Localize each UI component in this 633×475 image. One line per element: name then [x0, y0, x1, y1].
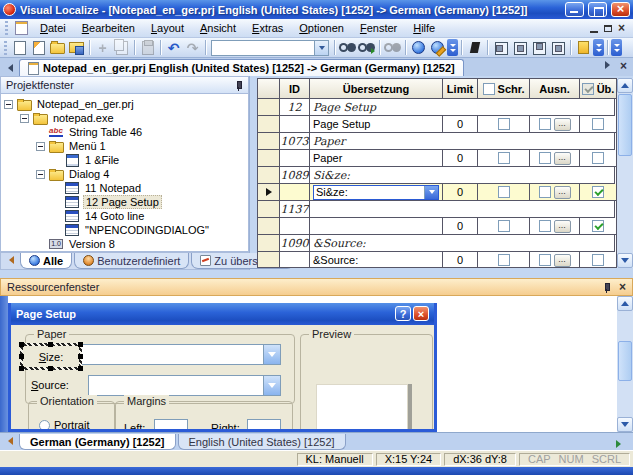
ellipsis-button[interactable]: ... — [554, 152, 571, 165]
overflow-icon[interactable] — [447, 39, 458, 56]
menu-extras[interactable]: Extras — [244, 20, 291, 36]
menu-layout[interactable]: Layout — [143, 20, 192, 36]
radio-icon[interactable] — [39, 420, 50, 431]
dialog-help-button[interactable]: ? — [395, 306, 411, 321]
table-row[interactable]: 1089Si&ze: — [258, 167, 617, 184]
pin-icon[interactable] — [234, 81, 243, 90]
ellipsis-button[interactable]: ... — [554, 186, 571, 199]
ub-checkbox[interactable] — [592, 220, 604, 232]
row-selector[interactable] — [258, 201, 280, 218]
tree-item[interactable]: String Table 46 — [1, 125, 248, 139]
ausn-checkbox[interactable] — [539, 254, 551, 266]
tree-item[interactable]: 11 Notepad — [1, 181, 248, 195]
pin-icon[interactable] — [602, 283, 611, 292]
tree-item[interactable]: Dialog 4 — [1, 167, 248, 181]
size-combobox[interactable] — [63, 344, 281, 365]
tree-item[interactable]: Version 8 — [1, 237, 248, 251]
tree-item[interactable]: 14 Goto line — [1, 209, 248, 223]
table-scrollbar-thumb[interactable] — [618, 94, 632, 156]
tree-expander-icon[interactable] — [20, 114, 29, 123]
schr-checkbox[interactable] — [498, 152, 510, 164]
minimize-button[interactable] — [565, 2, 584, 17]
cell-limit[interactable]: 0 — [443, 150, 478, 167]
menu-fenster[interactable]: Fenster — [352, 20, 405, 36]
table-row[interactable]: 0... — [258, 218, 617, 235]
left-margin-input[interactable] — [154, 419, 188, 432]
globe-edit-icon[interactable] — [428, 39, 447, 56]
language-tab-scroll-left-button[interactable] — [4, 434, 17, 447]
row-selector[interactable] — [258, 167, 280, 184]
row-selector[interactable] — [258, 99, 280, 116]
find-icon[interactable] — [338, 39, 357, 56]
chevron-down-icon[interactable] — [314, 41, 328, 55]
row-selector[interactable] — [258, 252, 280, 268]
overflow-icon[interactable] — [593, 39, 604, 56]
dialog-close-button[interactable]: × — [413, 306, 429, 321]
table-row[interactable]: 1137 — [258, 201, 617, 218]
tree-expander-icon[interactable] — [36, 170, 45, 179]
menu-hilfe[interactable]: Hilfe — [405, 20, 443, 36]
size-label-selected[interactable]: Size: — [20, 343, 82, 370]
dialog-preview[interactable]: Page Setup ? × Paper Size: Source: Previ… — [8, 303, 437, 432]
tab-order-icon[interactable] — [574, 39, 593, 56]
language-tab-scroll-right-button[interactable] — [612, 437, 625, 450]
mdi-restore-button[interactable] — [604, 25, 612, 32]
ellipsis-button[interactable]: ... — [554, 254, 571, 267]
save-all-icon[interactable] — [67, 39, 86, 56]
system-menu-icon[interactable] — [15, 21, 28, 35]
table-row[interactable]: Si&ze:0... — [258, 184, 617, 201]
header-schr[interactable]: Schr. — [478, 79, 530, 99]
header-ausn[interactable]: Ausn. — [530, 79, 580, 99]
ub-checkbox[interactable] — [592, 118, 604, 130]
align-top-icon[interactable] — [529, 39, 548, 56]
chevron-down-icon[interactable] — [263, 345, 280, 364]
resource-scrollbar[interactable] — [617, 296, 633, 432]
resource-panel-close-icon[interactable]: × — [619, 282, 626, 292]
header-id[interactable]: ID — [280, 79, 310, 99]
cell-limit[interactable]: 0 — [443, 116, 478, 133]
portrait-radio[interactable]: Portrait — [39, 419, 89, 431]
tree-expander-icon[interactable] — [4, 100, 13, 109]
header-ub-checkbox[interactable] — [582, 83, 594, 95]
table-row[interactable]: 12Page Setup — [258, 99, 617, 116]
ellipsis-button[interactable]: ... — [554, 220, 571, 233]
row-selector[interactable] — [258, 150, 280, 167]
cell-translation[interactable]: &Source: — [310, 252, 443, 268]
table-row[interactable]: Page Setup0... — [258, 116, 617, 133]
scroll-down-icon[interactable] — [617, 417, 633, 432]
ausn-checkbox[interactable] — [539, 118, 551, 130]
toolbar-search-combobox[interactable] — [211, 40, 329, 56]
cell-translation[interactable] — [310, 218, 443, 235]
tab-benutzerdefiniert[interactable]: Benutzerdefiniert — [74, 253, 189, 269]
tab-alle[interactable]: Alle — [20, 253, 72, 269]
document-tab[interactable]: Notepad_en_ger.prj English (United State… — [19, 59, 464, 76]
tab-german[interactable]: German (Germany) [1252] — [19, 434, 176, 450]
ub-checkbox[interactable] — [592, 152, 604, 164]
tree-item[interactable]: "NPENCODINGDIALOG" — [1, 223, 248, 237]
new-file-icon[interactable] — [10, 39, 29, 56]
panel-tab-scroll-left-button[interactable] — [5, 253, 18, 266]
tab-scroll-left-button[interactable] — [4, 61, 17, 74]
row-selector[interactable] — [258, 116, 280, 133]
table-row[interactable]: &Source:0... — [258, 252, 617, 268]
mdi-close-button[interactable]: × — [618, 23, 625, 33]
mdi-minimize-button[interactable] — [590, 31, 598, 33]
tree-item[interactable]: Menü 1 — [1, 139, 248, 153]
ub-checkbox[interactable] — [592, 254, 604, 266]
menu-ansicht[interactable]: Ansicht — [192, 20, 244, 36]
ub-checkbox[interactable] — [592, 186, 604, 198]
table-row[interactable]: Paper0... — [258, 150, 617, 167]
table-row[interactable]: 1073Paper — [258, 133, 617, 150]
scroll-down-icon[interactable] — [617, 253, 633, 268]
header-schr-checkbox[interactable] — [483, 83, 495, 95]
close-button[interactable] — [611, 2, 630, 17]
row-selector[interactable] — [258, 133, 280, 150]
schr-checkbox[interactable] — [498, 220, 510, 232]
cell-translation[interactable]: Paper — [310, 150, 443, 167]
tab-scroll-right-button[interactable] — [601, 58, 614, 71]
undo-icon[interactable] — [164, 39, 183, 56]
tab-english[interactable]: English (United States) [1252] — [178, 434, 346, 450]
menu-datei[interactable]: Datei — [32, 20, 74, 36]
table-row[interactable]: 1090&Source: — [258, 235, 617, 252]
toolbar-grip[interactable] — [5, 21, 8, 35]
